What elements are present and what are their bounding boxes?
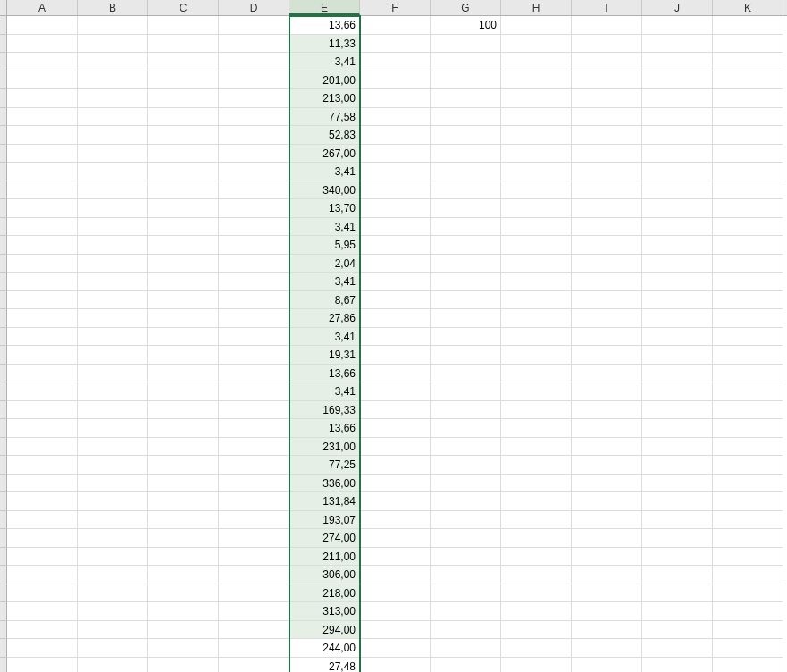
cell-b-2[interactable]	[78, 53, 148, 71]
cell-i-4[interactable]	[572, 89, 642, 108]
cell-i-13[interactable]	[572, 255, 642, 273]
row-stub[interactable]	[0, 53, 7, 71]
cell-j-31[interactable]	[642, 584, 713, 603]
row-stub[interactable]	[0, 291, 7, 310]
cell-f-28[interactable]	[360, 529, 431, 548]
cell-k-23[interactable]	[713, 438, 783, 457]
cell-g-5[interactable]	[431, 108, 501, 127]
cell-c-14[interactable]	[148, 273, 219, 291]
cell-i-3[interactable]	[572, 71, 642, 90]
cell-k-12[interactable]	[713, 236, 783, 255]
cell-b-22[interactable]	[78, 419, 148, 438]
cell-j-35[interactable]	[642, 658, 713, 673]
cell-h-3[interactable]	[501, 71, 572, 90]
cell-f-13[interactable]	[360, 255, 431, 273]
cell-c-32[interactable]	[148, 602, 219, 621]
cell-k-29[interactable]	[713, 548, 783, 567]
cell-d-21[interactable]	[219, 401, 289, 420]
cell-k-24[interactable]	[713, 456, 783, 475]
cell-c-21[interactable]	[148, 401, 219, 420]
cell-h-26[interactable]	[501, 492, 572, 511]
cell-g-21[interactable]	[431, 401, 501, 420]
cell-c-11[interactable]	[148, 218, 219, 237]
row-stub[interactable]	[0, 658, 7, 673]
cell-d-34[interactable]	[219, 639, 289, 658]
cell-c-1[interactable]	[148, 35, 219, 54]
cell-a-6[interactable]	[7, 126, 78, 145]
cell-h-6[interactable]	[501, 126, 572, 145]
cell-f-25[interactable]	[360, 475, 431, 493]
row-stub[interactable]	[0, 163, 7, 181]
cell-g-3[interactable]	[431, 71, 501, 90]
cell-k-18[interactable]	[713, 346, 783, 365]
cell-k-20[interactable]	[713, 382, 783, 401]
cell-e-14[interactable]: 3,41	[289, 273, 360, 291]
cell-d-25[interactable]	[219, 475, 289, 493]
cell-k-4[interactable]	[713, 89, 783, 108]
cell-h-25[interactable]	[501, 475, 572, 493]
cell-d-2[interactable]	[219, 53, 289, 71]
cell-d-13[interactable]	[219, 255, 289, 273]
cell-f-3[interactable]	[360, 71, 431, 90]
cell-d-22[interactable]	[219, 419, 289, 438]
cell-h-2[interactable]	[501, 53, 572, 71]
cell-b-25[interactable]	[78, 475, 148, 493]
cell-e-15[interactable]: 8,67	[289, 291, 360, 310]
cell-f-35[interactable]	[360, 658, 431, 673]
cell-h-11[interactable]	[501, 218, 572, 237]
cell-j-22[interactable]	[642, 419, 713, 438]
cell-b-16[interactable]	[78, 309, 148, 328]
cell-e-1[interactable]: 11,33	[289, 35, 360, 54]
cell-i-24[interactable]	[572, 456, 642, 475]
cell-g-23[interactable]	[431, 438, 501, 457]
cell-g-32[interactable]	[431, 602, 501, 621]
cell-j-3[interactable]	[642, 71, 713, 90]
cell-g-29[interactable]	[431, 548, 501, 567]
row-stub[interactable]	[0, 548, 7, 567]
cell-h-31[interactable]	[501, 584, 572, 603]
cell-g-33[interactable]	[431, 621, 501, 640]
cell-d-11[interactable]	[219, 218, 289, 237]
cell-g-26[interactable]	[431, 492, 501, 511]
cell-g-15[interactable]	[431, 291, 501, 310]
cell-i-34[interactable]	[572, 639, 642, 658]
cell-g-17[interactable]	[431, 328, 501, 347]
cell-g-0[interactable]: 100	[431, 16, 501, 35]
cell-b-31[interactable]	[78, 584, 148, 603]
cell-f-22[interactable]	[360, 419, 431, 438]
cell-j-9[interactable]	[642, 181, 713, 200]
cell-j-21[interactable]	[642, 401, 713, 420]
cell-h-9[interactable]	[501, 181, 572, 200]
cell-b-12[interactable]	[78, 236, 148, 255]
cell-e-19[interactable]: 13,66	[289, 365, 360, 383]
cell-d-12[interactable]	[219, 236, 289, 255]
cell-a-28[interactable]	[7, 529, 78, 548]
cell-g-7[interactable]	[431, 145, 501, 164]
cell-g-18[interactable]	[431, 346, 501, 365]
cell-h-35[interactable]	[501, 658, 572, 673]
row-stub[interactable]	[0, 181, 7, 200]
cell-g-24[interactable]	[431, 456, 501, 475]
cell-d-8[interactable]	[219, 163, 289, 181]
row-stub[interactable]	[0, 419, 7, 438]
cell-c-12[interactable]	[148, 236, 219, 255]
cell-k-14[interactable]	[713, 273, 783, 291]
cell-e-10[interactable]: 13,70	[289, 199, 360, 218]
cell-c-5[interactable]	[148, 108, 219, 127]
cell-i-21[interactable]	[572, 401, 642, 420]
cell-f-19[interactable]	[360, 365, 431, 383]
cell-j-0[interactable]	[642, 16, 713, 35]
cell-b-1[interactable]	[78, 35, 148, 54]
cell-d-28[interactable]	[219, 529, 289, 548]
cell-c-15[interactable]	[148, 291, 219, 310]
row-stub[interactable]	[0, 255, 7, 273]
cell-a-8[interactable]	[7, 163, 78, 181]
row-stub[interactable]	[0, 218, 7, 237]
cell-i-35[interactable]	[572, 658, 642, 673]
cell-d-10[interactable]	[219, 199, 289, 218]
cell-g-9[interactable]	[431, 181, 501, 200]
cell-i-20[interactable]	[572, 382, 642, 401]
row-stub[interactable]	[0, 108, 7, 127]
column-header-e[interactable]: E	[289, 0, 360, 15]
cell-d-9[interactable]	[219, 181, 289, 200]
